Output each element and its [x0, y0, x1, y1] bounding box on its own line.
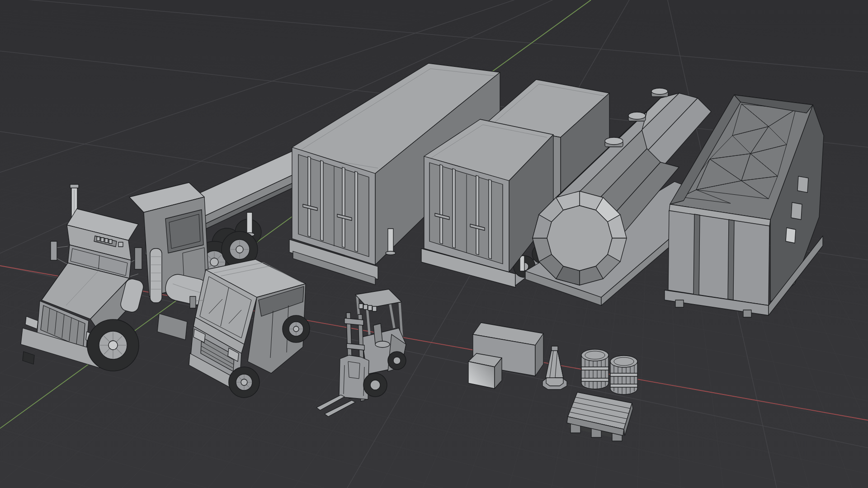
- steering-area: [375, 341, 390, 347]
- landing-leg: [520, 256, 524, 271]
- cube-crate[interactable]: [468, 353, 502, 389]
- cone-tip: [552, 346, 558, 351]
- flatbed-landing-leg: [247, 212, 252, 233]
- forklift-front-wheel: [388, 352, 406, 370]
- landing-leg-foot: [386, 251, 396, 255]
- seat-back: [373, 324, 382, 343]
- landing-leg: [388, 229, 393, 252]
- fork-carriage: [339, 355, 369, 399]
- barrel-ring: [610, 384, 637, 387]
- forklift-rear-wheel: [363, 373, 387, 397]
- scene-svg[interactable]: [0, 0, 868, 488]
- dump-foot: [675, 300, 684, 307]
- front-wheel: [87, 319, 139, 371]
- barrel-ring: [610, 373, 637, 376]
- van-rear-wheel: [283, 315, 310, 343]
- viewport-canvas[interactable]: [0, 0, 868, 488]
- dump-foot: [743, 310, 751, 317]
- barrel-ring: [581, 378, 609, 381]
- dump-front-wall: [668, 211, 769, 305]
- barrel-1[interactable]: [581, 349, 609, 389]
- barrel-ring: [581, 367, 609, 370]
- barrel-2[interactable]: [610, 356, 637, 394]
- van-front-wheel: [229, 367, 259, 398]
